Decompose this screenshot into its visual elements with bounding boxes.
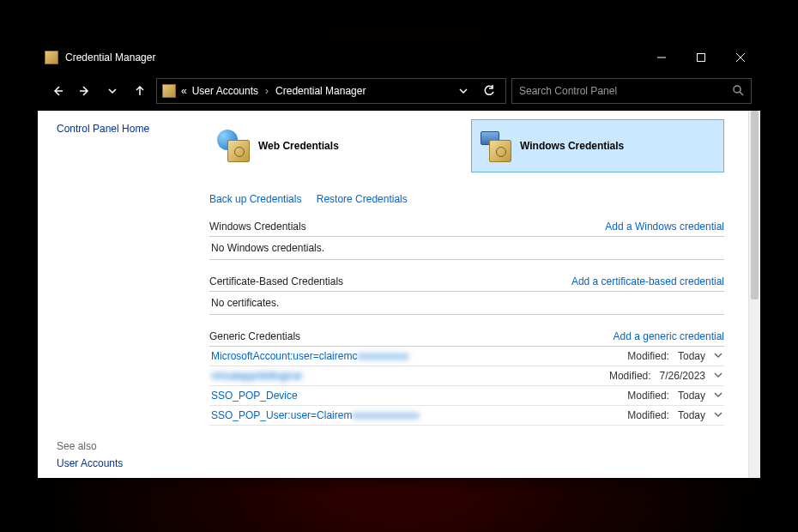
sidebar: Control Panel Home See also User Account… xyxy=(38,111,209,478)
navbar: « User Accounts › Credential Manager xyxy=(38,71,760,111)
app-icon xyxy=(45,51,58,64)
restore-credentials-link[interactable]: Restore Credentials xyxy=(317,193,408,205)
breadcrumb-prefix: « xyxy=(181,85,187,97)
search-input[interactable] xyxy=(519,85,732,97)
chevron-down-icon[interactable] xyxy=(714,390,722,402)
windows-credentials-label: Windows Credentials xyxy=(520,140,624,152)
windows-creds-empty: No Windows credentials. xyxy=(209,237,724,260)
search-icon xyxy=(732,84,744,99)
add-windows-credential-link[interactable]: Add a Windows credential xyxy=(605,221,724,233)
breadcrumb-user-accounts[interactable]: User Accounts xyxy=(192,85,258,97)
add-cert-credential-link[interactable]: Add a certificate-based credential xyxy=(571,275,724,287)
credential-name: virtualapp/didlogical xyxy=(211,370,609,382)
credential-tabs: Web Credentials Windows Credentials xyxy=(209,119,724,172)
windows-credentials-tab[interactable]: Windows Credentials xyxy=(471,119,724,172)
credential-row[interactable]: SSO_POP_User:user=ClairemxxxxxxxxxxxxxMo… xyxy=(209,406,724,426)
chevron-down-icon[interactable] xyxy=(714,370,722,382)
chevron-down-icon[interactable] xyxy=(714,350,722,362)
backup-credentials-link[interactable]: Back up Credentials xyxy=(209,193,301,205)
scrollbar-thumb[interactable] xyxy=(751,111,759,299)
recent-dropdown[interactable] xyxy=(101,80,124,102)
breadcrumb-credential-manager[interactable]: Credential Manager xyxy=(275,85,366,97)
credential-actions: Back up Credentials Restore Credentials xyxy=(209,193,724,205)
cert-creds-empty: No certificates. xyxy=(209,292,724,315)
control-panel-home-link[interactable]: Control Panel Home xyxy=(57,123,201,135)
generic-credentials-section: Generic Credentials Add a generic creden… xyxy=(209,330,724,426)
web-credentials-tab[interactable]: Web Credentials xyxy=(209,119,462,172)
address-bar[interactable]: « User Accounts › Credential Manager xyxy=(156,78,506,104)
credential-meta: Modified:7/26/2023 xyxy=(609,370,722,382)
user-accounts-link[interactable]: User Accounts xyxy=(57,457,201,469)
windows-credentials-section: Windows Credentials Add a Windows creden… xyxy=(209,221,724,260)
up-button[interactable] xyxy=(129,80,151,102)
back-button[interactable] xyxy=(46,80,69,102)
window-title: Credential Manager xyxy=(65,51,642,63)
credential-meta: Modified:Today xyxy=(627,390,722,402)
cert-creds-title: Certificate-Based Credentials xyxy=(209,275,343,287)
close-button[interactable] xyxy=(721,44,760,71)
credential-name: SSO_POP_Device xyxy=(211,390,627,402)
search-box[interactable] xyxy=(511,78,752,104)
credential-row[interactable]: SSO_POP_DeviceModified:Today xyxy=(209,386,724,406)
generic-creds-title: Generic Credentials xyxy=(209,330,300,342)
main-panel: Web Credentials Windows Credentials Back… xyxy=(209,111,760,478)
credential-meta: Modified:Today xyxy=(627,350,722,362)
add-generic-credential-link[interactable]: Add a generic credential xyxy=(614,330,724,342)
chevron-down-icon[interactable] xyxy=(714,409,722,421)
svg-line-5 xyxy=(740,92,743,95)
svg-rect-1 xyxy=(698,54,705,62)
titlebar: Credential Manager xyxy=(38,44,760,71)
credential-name: SSO_POP_User:user=Clairemxxxxxxxxxxxxx xyxy=(211,409,627,421)
credential-row[interactable]: virtualapp/didlogicalModified:7/26/2023 xyxy=(209,366,724,386)
address-icon xyxy=(162,84,176,98)
credential-name: MicrosoftAccount:user=clairemcxxxxxxxxxx xyxy=(211,350,627,362)
web-credentials-label: Web Credentials xyxy=(258,140,339,152)
minimize-button[interactable] xyxy=(642,44,681,71)
address-dropdown[interactable] xyxy=(452,80,475,102)
maximize-button[interactable] xyxy=(681,44,721,71)
vertical-scrollbar[interactable] xyxy=(748,111,760,478)
windows-creds-title: Windows Credentials xyxy=(209,221,306,233)
generic-credentials-list: MicrosoftAccount:user=clairemcxxxxxxxxxx… xyxy=(209,347,724,426)
credential-meta: Modified:Today xyxy=(627,409,722,421)
see-also-label: See also xyxy=(57,440,201,452)
content-area: Control Panel Home See also User Account… xyxy=(38,111,760,478)
credential-row[interactable]: MicrosoftAccount:user=clairemcxxxxxxxxxx… xyxy=(209,347,724,366)
refresh-button[interactable] xyxy=(478,80,500,102)
forward-button[interactable] xyxy=(74,80,96,102)
svg-point-4 xyxy=(734,86,741,93)
windows-credentials-icon xyxy=(479,130,511,162)
chevron-right-icon: › xyxy=(265,85,269,97)
web-credentials-icon xyxy=(217,130,250,162)
cert-credentials-section: Certificate-Based Credentials Add a cert… xyxy=(209,275,724,315)
credential-manager-window: Credential Manager « U xyxy=(38,44,760,478)
